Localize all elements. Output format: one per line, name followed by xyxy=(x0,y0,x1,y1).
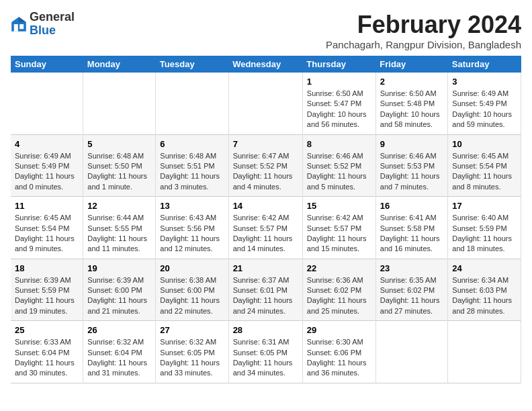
day-number: 27 xyxy=(160,325,224,335)
weekday-header-friday: Friday xyxy=(375,56,448,73)
weekday-header-sunday: Sunday xyxy=(11,56,83,73)
table-cell xyxy=(11,73,83,134)
day-info: Sunrise: 6:34 AM Sunset: 6:03 PM Dayligh… xyxy=(452,275,517,317)
weekday-header-wednesday: Wednesday xyxy=(228,56,302,73)
day-number: 21 xyxy=(233,263,298,273)
day-info: Sunrise: 6:48 AM Sunset: 5:51 PM Dayligh… xyxy=(160,151,224,193)
day-info: Sunrise: 6:39 AM Sunset: 5:59 PM Dayligh… xyxy=(15,275,79,317)
day-info: Sunrise: 6:39 AM Sunset: 6:00 PM Dayligh… xyxy=(87,275,151,317)
table-cell: 19Sunrise: 6:39 AM Sunset: 6:00 PM Dayli… xyxy=(83,259,156,321)
table-cell: 3Sunrise: 6:49 AM Sunset: 5:49 PM Daylig… xyxy=(448,73,521,134)
day-info: Sunrise: 6:49 AM Sunset: 5:49 PM Dayligh… xyxy=(15,151,79,193)
weekday-header-thursday: Thursday xyxy=(302,56,375,73)
day-number: 2 xyxy=(380,77,444,87)
table-cell: 25Sunrise: 6:33 AM Sunset: 6:04 PM Dayli… xyxy=(11,321,83,383)
table-cell: 11Sunrise: 6:45 AM Sunset: 5:54 PM Dayli… xyxy=(11,197,83,259)
day-info: Sunrise: 6:37 AM Sunset: 6:01 PM Dayligh… xyxy=(233,275,298,317)
weekday-header-tuesday: Tuesday xyxy=(156,56,228,73)
table-cell: 28Sunrise: 6:31 AM Sunset: 6:05 PM Dayli… xyxy=(228,321,302,383)
day-info: Sunrise: 6:42 AM Sunset: 5:57 PM Dayligh… xyxy=(307,213,371,255)
weekday-header-monday: Monday xyxy=(83,56,156,73)
day-info: Sunrise: 6:45 AM Sunset: 5:54 PM Dayligh… xyxy=(452,151,517,193)
table-cell: 14Sunrise: 6:42 AM Sunset: 5:57 PM Dayli… xyxy=(228,197,302,259)
table-cell: 23Sunrise: 6:35 AM Sunset: 6:02 PM Dayli… xyxy=(375,259,448,321)
day-info: Sunrise: 6:31 AM Sunset: 6:05 PM Dayligh… xyxy=(233,337,298,379)
table-cell: 5Sunrise: 6:48 AM Sunset: 5:50 PM Daylig… xyxy=(83,134,156,197)
day-info: Sunrise: 6:32 AM Sunset: 6:04 PM Dayligh… xyxy=(87,337,151,379)
week-row-3: 11Sunrise: 6:45 AM Sunset: 5:54 PM Dayli… xyxy=(11,197,521,259)
table-cell: 20Sunrise: 6:38 AM Sunset: 6:00 PM Dayli… xyxy=(156,259,228,321)
table-cell: 8Sunrise: 6:46 AM Sunset: 5:52 PM Daylig… xyxy=(302,134,375,197)
day-info: Sunrise: 6:49 AM Sunset: 5:49 PM Dayligh… xyxy=(452,89,517,130)
day-number: 20 xyxy=(160,263,224,273)
month-title: February 2024 xyxy=(326,11,521,39)
day-number: 14 xyxy=(233,201,298,211)
svg-rect-3 xyxy=(19,24,24,29)
table-cell xyxy=(83,73,156,134)
day-number: 29 xyxy=(307,325,371,335)
day-info: Sunrise: 6:45 AM Sunset: 5:54 PM Dayligh… xyxy=(15,213,79,255)
day-number: 25 xyxy=(15,325,79,335)
day-info: Sunrise: 6:32 AM Sunset: 6:05 PM Dayligh… xyxy=(160,337,224,379)
day-number: 15 xyxy=(307,201,371,211)
svg-marker-1 xyxy=(19,17,26,22)
day-info: Sunrise: 6:47 AM Sunset: 5:52 PM Dayligh… xyxy=(233,151,298,193)
day-info: Sunrise: 6:44 AM Sunset: 5:55 PM Dayligh… xyxy=(87,213,151,255)
weekday-header-saturday: Saturday xyxy=(448,56,521,73)
day-number: 3 xyxy=(452,77,517,87)
day-info: Sunrise: 6:40 AM Sunset: 5:59 PM Dayligh… xyxy=(452,213,517,255)
day-info: Sunrise: 6:35 AM Sunset: 6:02 PM Dayligh… xyxy=(380,275,444,317)
table-cell: 27Sunrise: 6:32 AM Sunset: 6:05 PM Dayli… xyxy=(156,321,228,383)
calendar-table: SundayMondayTuesdayWednesdayThursdayFrid… xyxy=(11,56,521,383)
table-cell: 26Sunrise: 6:32 AM Sunset: 6:04 PM Dayli… xyxy=(83,321,156,383)
table-cell: 12Sunrise: 6:44 AM Sunset: 5:55 PM Dayli… xyxy=(83,197,156,259)
table-cell: 9Sunrise: 6:46 AM Sunset: 5:53 PM Daylig… xyxy=(375,134,448,197)
svg-rect-2 xyxy=(14,24,18,32)
day-number: 16 xyxy=(380,201,444,211)
day-number: 8 xyxy=(307,139,371,149)
day-info: Sunrise: 6:36 AM Sunset: 6:02 PM Dayligh… xyxy=(307,275,371,317)
table-cell: 17Sunrise: 6:40 AM Sunset: 5:59 PM Dayli… xyxy=(448,197,521,259)
table-cell xyxy=(156,73,228,134)
table-cell: 29Sunrise: 6:30 AM Sunset: 6:06 PM Dayli… xyxy=(302,321,375,383)
table-cell: 6Sunrise: 6:48 AM Sunset: 5:51 PM Daylig… xyxy=(156,134,228,197)
table-cell xyxy=(375,321,448,383)
day-number: 12 xyxy=(87,201,151,211)
day-info: Sunrise: 6:46 AM Sunset: 5:53 PM Dayligh… xyxy=(380,151,444,193)
day-number: 13 xyxy=(160,201,224,211)
week-row-1: 1Sunrise: 6:50 AM Sunset: 5:47 PM Daylig… xyxy=(11,73,521,134)
day-number: 26 xyxy=(87,325,151,335)
day-info: Sunrise: 6:30 AM Sunset: 6:06 PM Dayligh… xyxy=(307,337,371,379)
day-number: 10 xyxy=(452,139,517,149)
day-number: 6 xyxy=(160,139,224,149)
table-cell: 10Sunrise: 6:45 AM Sunset: 5:54 PM Dayli… xyxy=(448,134,521,197)
logo-text: General Blue xyxy=(30,11,75,38)
table-cell: 1Sunrise: 6:50 AM Sunset: 5:47 PM Daylig… xyxy=(302,73,375,134)
day-info: Sunrise: 6:50 AM Sunset: 5:47 PM Dayligh… xyxy=(307,89,371,130)
day-number: 5 xyxy=(87,139,151,149)
day-info: Sunrise: 6:46 AM Sunset: 5:52 PM Dayligh… xyxy=(307,151,371,193)
day-info: Sunrise: 6:48 AM Sunset: 5:50 PM Dayligh… xyxy=(87,151,151,193)
table-cell: 24Sunrise: 6:34 AM Sunset: 6:03 PM Dayli… xyxy=(448,259,521,321)
week-row-2: 4Sunrise: 6:49 AM Sunset: 5:49 PM Daylig… xyxy=(11,134,521,197)
table-cell: 4Sunrise: 6:49 AM Sunset: 5:49 PM Daylig… xyxy=(11,134,83,197)
header: General Blue February 2024 Panchagarh, R… xyxy=(11,11,521,50)
location: Panchagarh, Rangpur Division, Bangladesh xyxy=(326,39,521,50)
weekday-header-row: SundayMondayTuesdayWednesdayThursdayFrid… xyxy=(11,56,521,73)
day-info: Sunrise: 6:50 AM Sunset: 5:48 PM Dayligh… xyxy=(380,89,444,130)
day-info: Sunrise: 6:42 AM Sunset: 5:57 PM Dayligh… xyxy=(233,213,298,255)
generalblue-logo-icon xyxy=(11,16,27,32)
day-number: 28 xyxy=(233,325,298,335)
day-number: 18 xyxy=(15,263,79,273)
day-info: Sunrise: 6:33 AM Sunset: 6:04 PM Dayligh… xyxy=(15,337,79,379)
title-area: February 2024 Panchagarh, Rangpur Divisi… xyxy=(326,11,521,50)
day-number: 7 xyxy=(233,139,298,149)
table-cell: 13Sunrise: 6:43 AM Sunset: 5:56 PM Dayli… xyxy=(156,197,228,259)
day-number: 11 xyxy=(15,201,79,211)
table-cell: 18Sunrise: 6:39 AM Sunset: 5:59 PM Dayli… xyxy=(11,259,83,321)
day-number: 17 xyxy=(452,201,517,211)
logo: General Blue xyxy=(11,11,75,38)
day-number: 19 xyxy=(87,263,151,273)
week-row-5: 25Sunrise: 6:33 AM Sunset: 6:04 PM Dayli… xyxy=(11,321,521,383)
day-number: 9 xyxy=(380,139,444,149)
